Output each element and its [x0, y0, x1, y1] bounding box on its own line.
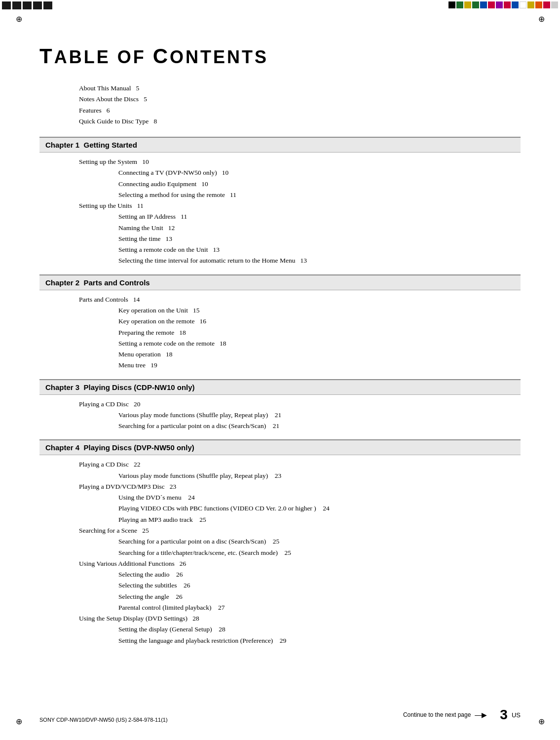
ch1-level2-group: Connecting a TV (DVP-NW50 only) 10 Conne…	[118, 167, 521, 200]
toc-about-manual: About This Manual 5	[79, 83, 521, 94]
chapter-2-content: Parts and Controls 14 Key operation on t…	[79, 294, 521, 371]
ch2-level2-group: Key operation on the Unit 15 Key operati…	[118, 305, 521, 371]
chapter-2-header: Chapter 2 Parts and Controls	[39, 274, 521, 290]
swatch-green2	[472, 1, 479, 8]
swatch-blue2	[512, 1, 519, 8]
swatch-yellow2	[527, 1, 534, 8]
ch1-setting-system: Setting up the System 10	[79, 156, 521, 167]
ch1-time-interval: Selecting the time interval for automati…	[118, 255, 521, 266]
swatch-purple	[496, 1, 503, 8]
reg-mark-topleft: ⊕	[14, 14, 24, 24]
chapter-1-content: Setting up the System 10 Connecting a TV…	[79, 156, 521, 267]
ch4-level2-group4: Selecting the audio 26 Selecting the sub…	[118, 569, 521, 613]
ch2-key-remote: Key operation on the remote 16	[118, 316, 521, 327]
ch4-level2-group3: Searching for a particular point on a di…	[118, 536, 521, 558]
continue-text: Continue to the next page	[403, 711, 471, 718]
ch1-connecting-audio: Connecting audio Equipment 10	[118, 179, 521, 190]
ch4-setting-display: Setting the display (General Setup) 28	[118, 624, 521, 635]
black-bar-2	[12, 1, 21, 9]
toc-top-entries: About This Manual 5 Notes About the Disc…	[79, 83, 521, 127]
ch4-select-subtitles: Selecting the subtitles 26	[118, 580, 521, 591]
ch4-select-angle: Selecting the angle 26	[118, 591, 521, 602]
black-bar-1	[2, 1, 11, 9]
chapter-3-content: Playing a CD Disc 20 Various play mode f…	[79, 399, 521, 432]
swatch-yellow	[464, 1, 471, 8]
reg-mark-bottomright: ⊕	[536, 716, 546, 726]
ch4-mp3-audio: Playing an MP3 audio track 25	[118, 514, 521, 525]
ch1-remote-code-unit: Setting a remote code on the Unit 13	[118, 244, 521, 255]
swatch-gray	[551, 1, 558, 8]
chapter-2-section: Chapter 2 Parts and Controls Parts and C…	[39, 274, 521, 371]
ch3-playing-cd: Playing a CD Disc 20	[79, 399, 521, 410]
ch4-searching-point: Searching for a particular point on a di…	[118, 536, 521, 547]
chapter-4-section: Chapter 4 Playing Discs (DVP-NW50 only) …	[39, 439, 521, 646]
ch1-setting-ip: Setting an IP Address 11	[118, 211, 521, 222]
chapter-1-section: Chapter 1 Getting Started Setting up the…	[39, 137, 521, 267]
black-bar-4	[33, 1, 42, 9]
ch4-playing-cd: Playing a CD Disc 22	[79, 459, 521, 470]
ch2-key-unit: Key operation on the Unit 15	[118, 305, 521, 316]
ch4-setup-display: Using the Setup Display (DVD Settings) 2…	[79, 613, 521, 624]
ch4-playing-dvd: Playing a DVD/VCD/MP3 Disc 23	[79, 481, 521, 492]
ch3-level2-group: Various play mode functions (Shuffle pla…	[118, 410, 521, 432]
ch4-play-modes: Various play mode functions (Shuffle pla…	[118, 470, 521, 481]
swatch-black	[448, 1, 455, 8]
ch4-select-audio: Selecting the audio 26	[118, 569, 521, 580]
footer-copyright: SONY CDP-NW10/DVP-NW50 (US) 2-584-978-11…	[39, 717, 168, 723]
chapter-1-header: Chapter 1 Getting Started	[39, 137, 521, 153]
ch4-level2-group1: Various play mode functions (Shuffle pla…	[118, 470, 521, 481]
ch2-preparing-remote: Preparing the remote 18	[118, 327, 521, 338]
ch4-dvd-menu: Using the DVD´s menu 24	[118, 492, 521, 503]
swatch-red	[488, 1, 495, 8]
ch4-video-cd-pbc: Playing VIDEO CDs with PBC functions (VI…	[118, 503, 521, 514]
page-title: TABLE OF CONTENTS	[39, 44, 521, 68]
title-ontents: ONTENTS	[170, 47, 268, 67]
arrow-icon: —▶	[475, 711, 487, 719]
ch2-menu-operation: Menu operation 18	[118, 349, 521, 360]
chapter-4-content: Playing a CD Disc 22 Various play mode f…	[79, 459, 521, 646]
footer: Continue to the next page —▶ 3US	[403, 707, 521, 723]
black-bars-left	[0, 0, 54, 11]
chapter-3-section: Chapter 3 Playing Discs (CDP-NW10 only) …	[39, 379, 521, 432]
ch3-play-modes: Various play mode functions (Shuffle pla…	[118, 410, 521, 421]
swatch-orange	[535, 1, 542, 8]
title-c: C	[153, 44, 170, 68]
ch1-setting-time: Setting the time 13	[118, 234, 521, 244]
ch1-connecting-tv: Connecting a TV (DVP-NW50 only) 10	[118, 167, 521, 178]
color-bar-top	[0, 0, 560, 11]
swatch-red2	[504, 1, 511, 8]
title-able-of: ABLE OF	[54, 47, 153, 67]
ch1-selecting-method: Selecting a method for using the remote …	[118, 190, 521, 200]
main-content: TABLE OF CONTENTS About This Manual 5 No…	[39, 44, 521, 646]
color-swatches-right	[447, 0, 560, 11]
ch4-searching-scene: Searching for a Scene 25	[79, 525, 521, 536]
swatch-blue	[480, 1, 487, 8]
reg-mark-topright: ⊕	[536, 14, 546, 24]
ch4-setting-language: Setting the language and playback restri…	[118, 635, 521, 646]
ch4-level2-group5: Setting the display (General Setup) 28 S…	[118, 624, 521, 646]
chapter-3-header: Chapter 3 Playing Discs (CDP-NW10 only)	[39, 379, 521, 395]
swatch-green	[456, 1, 463, 8]
ch4-level2-group2: Using the DVD´s menu 24 Playing VIDEO CD…	[118, 492, 521, 525]
ch2-menu-tree: Menu tree 19	[118, 360, 521, 371]
ch4-parental-control: Parental control (limited playback) 27	[118, 602, 521, 613]
toc-notes-discs: Notes About the Discs 5	[79, 94, 521, 105]
title-t: T	[39, 44, 54, 68]
black-bar-3	[23, 1, 32, 9]
ch2-remote-code-remote: Setting a remote code on the remote 18	[118, 338, 521, 349]
toc-features: Features 6	[79, 105, 521, 116]
page-number: 3	[500, 707, 508, 723]
ch1-naming-unit: Naming the Unit 12	[118, 223, 521, 234]
page-suffix: US	[512, 711, 521, 719]
ch4-searching-title: Searching for a title/chapter/track/scen…	[118, 547, 521, 558]
black-bar-5	[43, 1, 52, 9]
ch1-setting-units: Setting up the Units 11	[79, 200, 521, 211]
swatch-red3	[543, 1, 550, 8]
swatch-white	[520, 1, 526, 8]
ch1-level2-group2: Setting an IP Address 11 Naming the Unit…	[118, 211, 521, 266]
reg-mark-bottomleft: ⊕	[14, 716, 24, 726]
chapter-4-header: Chapter 4 Playing Discs (DVP-NW50 only)	[39, 439, 521, 455]
ch3-searching-point: Searching for a particular point on a di…	[118, 421, 521, 431]
toc-quick-guide: Quick Guide to Disc Type 8	[79, 116, 521, 127]
ch4-various-additional: Using Various Additional Functions 26	[79, 558, 521, 569]
